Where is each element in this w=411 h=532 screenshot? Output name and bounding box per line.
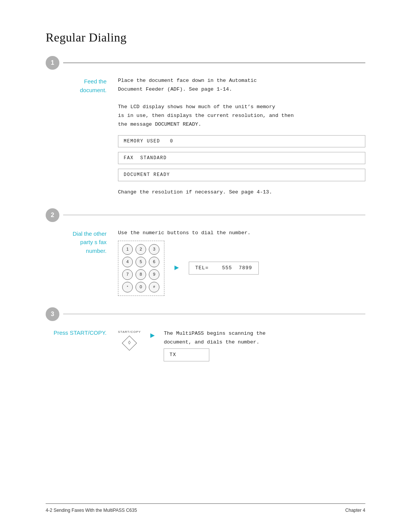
tx-display: TX [164,348,209,361]
diamond-symbol: ◊ [128,339,131,347]
startcopy-arrow: ► [150,329,155,342]
startcopy-small-label: START/COPY [118,329,141,335]
key-0: 0 [135,282,146,292]
key-4: 4 [122,257,133,267]
diamond-button: ◊ [122,335,137,351]
step-1-text-1: Place the document face down in the Auto… [118,77,365,94]
lcd-fax-standard: FAX STANDARD [118,152,365,164]
key-5: 5 [135,257,146,267]
step-3-bubble: 3 [46,307,59,321]
step-3-description: START/COPY ◊ ► The MultiPASS begins scan… [118,328,365,361]
step-2-description: Use the numeric buttons to dial the numb… [118,229,365,296]
step-1-bubble: 1 [46,56,59,70]
step-2-content: Dial the otherparty s faxnumber. Use the… [46,229,365,296]
key-1: 1 [122,244,133,255]
resolution-note: Change the resolution if necessary. See … [118,188,365,197]
lcd-memory-used: MEMORY USED 0 [118,135,365,147]
step-3-content: Press START/COPY. START/COPY ◊ ► The M [46,328,365,361]
step-3-line [63,314,365,315]
key-8: 8 [135,269,146,280]
step-1-label: Feed thedocument. [46,77,107,197]
step-2-text: Use the numeric buttons to dial the numb… [118,229,365,238]
startcopy-area: START/COPY ◊ ► The MultiPASS begins scan… [118,329,365,361]
step-3-text: The MultiPASS begins scanning thedocumen… [164,329,265,347]
key-2: 2 [135,244,146,255]
step-1-line [63,62,365,63]
keypad-area: 1 2 3 4 5 6 7 8 9 * 0 # ► TEL= 555 [118,241,365,296]
step-3-label: Press START/COPY. [46,328,107,361]
key-3: 3 [149,244,159,255]
key-9: 9 [149,269,159,280]
page-footer: 4-2 Sending Faxes With the MultiPASS C63… [46,503,365,513]
step-2-section: 2 Dial the otherparty s faxnumber. Use t… [46,208,365,296]
startcopy-button-wrap: START/COPY ◊ [118,329,141,351]
step-3-text-wrap: The MultiPASS begins scanning thedocumen… [164,329,265,361]
key-6: 6 [149,257,159,267]
lcd-display-stack: MEMORY USED 0 FAX STANDARD DOCUMENT READ… [118,133,365,184]
step-1-text-2: The LCD display shows how much of the un… [118,103,365,129]
step-2-label: Dial the otherparty s faxnumber. [46,229,107,296]
key-hash: # [149,282,159,292]
tel-display: TEL= 555 7899 [189,262,259,275]
page-container: Regular Dialing 1 Feed thedocument. Plac… [0,0,411,532]
step-1-header: 1 [46,56,365,70]
step-2-line [63,215,365,216]
step-2-bubble: 2 [46,208,59,222]
step-3-section: 3 Press START/COPY. START/COPY ◊ [46,307,365,361]
keypad: 1 2 3 4 5 6 7 8 9 * 0 # [118,241,164,296]
page-title: Regular Dialing [46,30,365,45]
step-1-section: 1 Feed thedocument. Place the document f… [46,56,365,197]
footer-right: Chapter 4 [345,508,365,513]
lcd-document-ready: DOCUMENT READY [118,169,365,181]
startcopy-icon: ◊ [119,335,139,351]
key-7: 7 [122,269,133,280]
step-2-header: 2 [46,208,365,222]
key-star: * [122,282,133,292]
step-3-header: 3 [46,307,365,321]
step-1-content: Feed thedocument. Place the document fac… [46,77,365,197]
step-1-description: Place the document face down in the Auto… [118,77,365,197]
keypad-arrow: ► [174,262,179,275]
footer-left: 4-2 Sending Faxes With the MultiPASS C63… [46,508,137,513]
